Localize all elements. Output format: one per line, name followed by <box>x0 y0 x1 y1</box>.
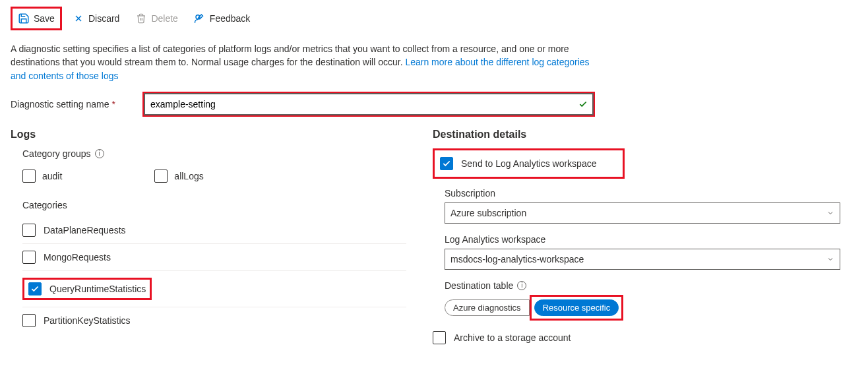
dest-table-text: Destination table <box>445 280 513 291</box>
valid-check-icon <box>578 100 588 109</box>
discard-label: Discard <box>88 13 119 24</box>
checkbox-box-alllogs[interactable] <box>154 170 168 183</box>
checkbox-box-archive[interactable] <box>433 331 446 344</box>
categories-label: Categories <box>22 200 406 210</box>
pill-azure-diagnostics[interactable]: Azure diagnostics <box>445 299 530 316</box>
category-pks[interactable]: PartitionKeyStatistics <box>22 307 406 334</box>
save-label: Save <box>34 13 55 24</box>
required-star: * <box>111 99 115 109</box>
delete-label: Delete <box>151 13 177 24</box>
sendla-highlight: Send to Log Analytics workspace <box>433 148 625 179</box>
setting-name-container <box>144 94 593 115</box>
law-select[interactable]: msdocs-log-analytics-workspace <box>445 249 840 270</box>
setting-name-highlight <box>142 92 595 117</box>
chevron-down-icon <box>826 255 834 263</box>
logs-column: Logs Category groups i audit allLogs Cat… <box>11 129 406 356</box>
logs-title: Logs <box>11 129 406 140</box>
info-icon[interactable]: i <box>95 149 104 158</box>
checkbox-box-audit[interactable] <box>22 170 36 183</box>
archive-row[interactable]: Archive to a storage account <box>433 331 857 344</box>
checkbox-audit[interactable]: audit <box>22 166 62 187</box>
archive-label: Archive to a storage account <box>454 332 571 343</box>
setting-name-label: Diagnostic setting name* <box>11 99 142 109</box>
category-groups-text: Category groups <box>22 148 91 159</box>
audit-label: audit <box>42 171 62 181</box>
setting-name-label-text: Diagnostic setting name <box>11 99 109 109</box>
delete-button: Delete <box>130 9 183 28</box>
close-icon <box>73 13 84 24</box>
sendla-label: Send to Log Analytics workspace <box>461 158 596 169</box>
save-highlight: Save <box>11 7 62 30</box>
checkbox-box-qrs[interactable] <box>28 282 42 295</box>
dataplane-label: DataPlaneRequests <box>44 225 126 235</box>
mongo-label: MongoRequests <box>44 252 111 263</box>
checkbox-alllogs[interactable]: allLogs <box>154 166 203 187</box>
chevron-down-icon <box>826 209 834 217</box>
save-button[interactable]: Save <box>13 9 60 28</box>
destination-title: Destination details <box>433 129 857 140</box>
feedback-icon <box>194 13 206 24</box>
law-label: Log Analytics workspace <box>445 234 857 245</box>
subscription-block: Subscription Azure subscription <box>445 188 857 224</box>
category-dataplane[interactable]: DataPlaneRequests <box>22 217 406 244</box>
setting-name-input[interactable] <box>144 94 593 115</box>
dest-table-block: Destination table i Azure diagnostics Re… <box>445 280 857 321</box>
law-block: Log Analytics workspace msdocs-log-analy… <box>445 234 857 270</box>
info-icon[interactable]: i <box>517 281 526 290</box>
subscription-label: Subscription <box>445 188 857 199</box>
checkbox-box-sendla[interactable] <box>440 157 453 170</box>
categories-text: Categories <box>22 200 67 210</box>
law-value: msdocs-log-analytics-workspace <box>450 254 584 264</box>
save-icon <box>18 13 30 24</box>
subscription-select[interactable]: Azure subscription <box>445 202 840 224</box>
subscription-value: Azure subscription <box>450 208 526 218</box>
pill-resource-specific[interactable]: Resource specific <box>534 299 619 316</box>
feedback-button[interactable]: Feedback <box>189 9 255 28</box>
alllogs-label: allLogs <box>174 171 203 181</box>
dest-table-label: Destination table i <box>445 280 857 291</box>
feedback-label: Feedback <box>210 13 250 24</box>
trash-icon <box>135 13 147 24</box>
checkbox-box-pks[interactable] <box>22 314 36 327</box>
qrs-label: QueryRuntimeStatistics <box>49 284 146 294</box>
dest-table-toggle: Azure diagnostics Resource specific <box>445 295 857 321</box>
pill-resource-highlight: Resource specific <box>530 295 624 321</box>
description-text: A diagnostic setting specifies a list of… <box>11 42 604 82</box>
checkbox-box-mongo[interactable] <box>22 251 36 264</box>
checkbox-box-dataplane[interactable] <box>22 224 36 237</box>
category-mongo[interactable]: MongoRequests <box>22 244 406 271</box>
qrs-highlight: QueryRuntimeStatistics <box>22 278 152 300</box>
setting-name-row: Diagnostic setting name* <box>11 92 857 117</box>
category-qrs-row: QueryRuntimeStatistics <box>22 271 406 307</box>
destination-column: Destination details Send to Log Analytic… <box>433 129 857 356</box>
discard-button[interactable]: Discard <box>67 9 125 28</box>
toolbar: Save Discard Delete Feedback <box>11 7 857 30</box>
pks-label: PartitionKeyStatistics <box>44 315 131 326</box>
category-groups-label: Category groups i <box>22 148 406 159</box>
